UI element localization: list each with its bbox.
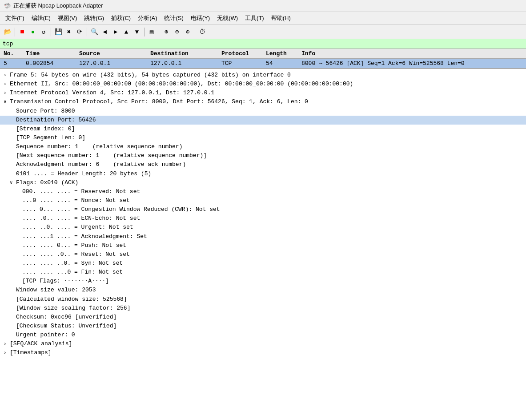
expand-spacer <box>10 117 16 124</box>
col-header-no: No. <box>2 50 24 57</box>
packet-cell-time: 0.002854 <box>24 60 77 67</box>
packet-cell-destination: 127.0.0.1 <box>149 60 220 67</box>
detail-text: [TCP Flags: ·······A····] <box>22 277 109 286</box>
detail-text: .... ...1 .... = Acknowledgment: Set <box>22 232 147 241</box>
packet-list-header: No.TimeSourceDestinationProtocolLengthIn… <box>0 49 526 59</box>
title-bar: 🦈 正在捕获 Npcap Loopback Adapter <box>0 0 526 12</box>
reload-btn[interactable]: ⟳ <box>75 27 84 37</box>
expand-spacer <box>16 224 22 231</box>
detail-text: [Checksum Status: Unverified] <box>16 322 116 331</box>
detail-text: Acknowledgment number: 6 (relative ack n… <box>16 160 186 169</box>
open-file-btn[interactable]: 📂 <box>3 27 12 37</box>
detail-row: Destination Port: 56426 <box>0 116 526 125</box>
detail-text: [Next sequence number: 1 (relative seque… <box>16 151 207 160</box>
detail-row[interactable]: ∨ Transmission Control Protocol, Src Por… <box>0 97 526 106</box>
detail-text: Ethernet II, Src: 00:00:00_00:00:00 (00:… <box>10 80 353 89</box>
menu-item-C[interactable]: 捕获(C) <box>108 13 134 23</box>
expand-spacer <box>16 260 22 267</box>
expand-spacer <box>16 206 22 214</box>
app-icon: 🦈 <box>4 3 11 9</box>
filter-input[interactable] <box>3 40 523 47</box>
expand-arrow-icon: ∨ <box>10 179 16 187</box>
time-ref-btn[interactable]: ⏱ <box>197 27 207 37</box>
expand-spacer <box>16 197 22 205</box>
expand-spacer <box>16 251 22 258</box>
detail-row: Checksum: 0xcc96 [unverified] <box>0 313 526 322</box>
detail-row: 000. .... .... = Reserved: Not set <box>0 187 526 196</box>
detail-row[interactable]: › [Timestamps] <box>0 348 526 357</box>
detail-row: .... ...1 .... = Acknowledgment: Set <box>0 232 526 241</box>
menu-item-V[interactable]: 视图(V) <box>54 13 80 23</box>
packet-cell-no: 5 <box>2 60 24 67</box>
menu-item-W[interactable]: 无线(W) <box>213 13 241 23</box>
col-chooser-btn[interactable]: ▤ <box>147 27 157 37</box>
detail-row[interactable]: › [SEQ/ACK analysis] <box>0 339 526 348</box>
menu-item-S[interactable]: 统计(S) <box>161 13 187 23</box>
menu-item-Y[interactable]: 电话(Y) <box>187 13 213 23</box>
down-btn[interactable]: ▼ <box>132 27 142 37</box>
detail-row[interactable]: › Frame 5: 54 bytes on wire (432 bits), … <box>0 71 526 80</box>
menu-item-E[interactable]: 编辑(E) <box>28 13 54 23</box>
toolbar-separator <box>15 28 15 36</box>
menu-item-H[interactable]: 帮助(H) <box>268 13 294 23</box>
col-header-destination: Destination <box>149 50 220 57</box>
zoom-out-btn[interactable]: ⊖ <box>172 27 182 37</box>
detail-row: ...0 .... .... = Nonce: Not set <box>0 196 526 205</box>
detail-row: Source Port: 8000 <box>0 107 526 116</box>
prev-btn[interactable]: ◄ <box>100 27 110 37</box>
find-btn[interactable]: 🔍 <box>89 27 99 37</box>
expand-spacer <box>10 287 16 294</box>
menu-item-F[interactable]: 文件(F) <box>2 13 28 23</box>
detail-text: [Window size scaling factor: 256] <box>16 304 130 313</box>
start-btn[interactable]: ● <box>28 27 38 37</box>
detail-row: .... .... .0.. = Reset: Not set <box>0 250 526 259</box>
close-btn[interactable]: ✖ <box>64 27 74 37</box>
expand-arrow-icon: › <box>4 81 10 88</box>
detail-text: Window size value: 2053 <box>16 286 96 295</box>
toolbar-separator <box>144 28 145 36</box>
expand-arrow-icon: › <box>4 72 10 79</box>
restart-btn[interactable]: ↺ <box>39 27 48 37</box>
expand-spacer <box>10 161 16 169</box>
expand-arrow-icon: › <box>4 340 10 348</box>
detail-row[interactable]: › Ethernet II, Src: 00:00:00_00:00:00 (0… <box>0 80 526 89</box>
menu-item-G[interactable]: 跳转(G) <box>80 13 108 23</box>
detail-row: [Stream index: 0] <box>0 125 526 133</box>
detail-row: .... .... ..0. = Syn: Not set <box>0 259 526 268</box>
expand-spacer <box>10 152 16 160</box>
detail-row[interactable]: ∨ Flags: 0x010 (ACK) <box>0 178 526 187</box>
detail-row: 0101 .... = Header Length: 20 bytes (5) <box>0 170 526 178</box>
up-btn[interactable]: ▲ <box>121 27 131 37</box>
next-btn[interactable]: ► <box>111 27 120 37</box>
detail-text: Checksum: 0xcc96 [unverified] <box>16 313 116 322</box>
packet-cell-length: 54 <box>264 60 300 67</box>
toolbar-separator <box>159 28 159 36</box>
detail-row: Sequence number: 1 (relative sequence nu… <box>0 142 526 151</box>
menu-item-A[interactable]: 分析(A) <box>134 13 161 23</box>
expand-spacer <box>10 323 16 330</box>
expand-spacer <box>10 170 16 178</box>
detail-row[interactable]: › Internet Protocol Version 4, Src: 127.… <box>0 89 526 97</box>
col-header-info: Info <box>300 50 524 57</box>
detail-text: .... ..0. .... = Urgent: Not set <box>22 223 133 232</box>
toolbar: 📂■●↺💾✖⟳🔍◄►▲▼▤⊕⊖⊙⏱ <box>0 25 526 39</box>
menu-item-T[interactable]: 工具(T) <box>241 13 268 23</box>
detail-row: Urgent pointer: 0 <box>0 331 526 339</box>
detail-text: .... 0... .... = Congestion Window Reduc… <box>22 205 220 214</box>
zoom-in-btn[interactable]: ⊕ <box>161 27 171 37</box>
save-btn[interactable]: 💾 <box>53 27 63 37</box>
expand-arrow-icon: ∨ <box>4 98 10 106</box>
expand-spacer <box>10 331 16 339</box>
detail-text: [Calculated window size: 525568] <box>16 295 127 304</box>
packet-row[interactable]: 50.002854127.0.0.1127.0.0.1TCP548000 → 5… <box>0 59 526 68</box>
zoom-normal-btn[interactable]: ⊙ <box>183 27 193 37</box>
detail-text: ...0 .... .... = Nonce: Not set <box>22 196 130 205</box>
detail-row: .... 0... .... = Congestion Window Reduc… <box>0 205 526 214</box>
expand-spacer <box>16 278 22 285</box>
expand-arrow-icon: › <box>4 89 10 97</box>
detail-text: [SEQ/ACK analysis] <box>10 339 72 348</box>
expand-spacer <box>10 125 16 133</box>
detail-text: 000. .... .... = Reserved: Not set <box>22 187 140 196</box>
stop-btn[interactable]: ■ <box>17 27 27 37</box>
detail-text: .... .... ..0. = Syn: Not set <box>22 259 123 268</box>
